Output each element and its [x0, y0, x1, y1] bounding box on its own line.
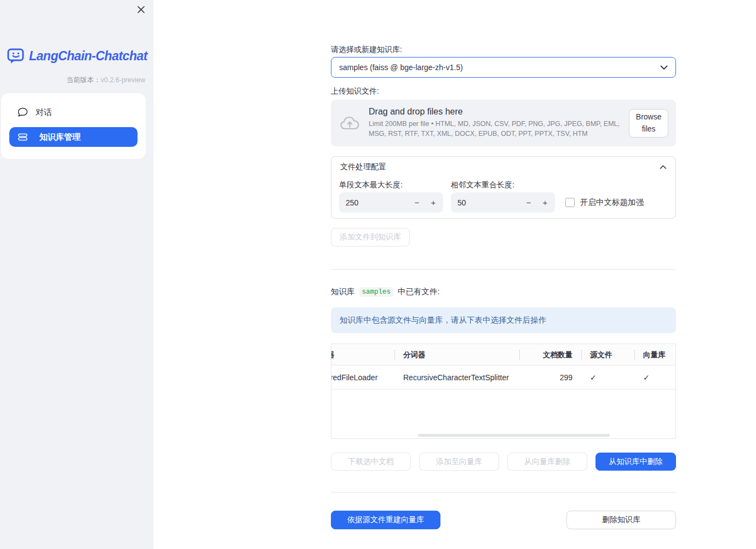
table-scroll-content: 文档加载器 分词器 文档数量 源文件 向量库 UnstructuredFileL…: [331, 344, 676, 390]
upload-label: 上传知识文件:: [331, 87, 379, 96]
checkbox-box[interactable]: [565, 198, 575, 207]
table-row[interactable]: UnstructuredFileLoader RecursiveCharacte…: [331, 365, 676, 390]
version-label: 当前版本：: [66, 76, 101, 84]
overlap-size-plus-button[interactable]: +: [537, 192, 553, 213]
overlap-size-stepper: − +: [451, 192, 555, 213]
main-content: 请选择或新建知识库: samples (faiss @ bge-large-zh…: [331, 0, 676, 549]
chunk-size-stepper: − +: [339, 192, 443, 213]
cell-doc-count: 299: [519, 365, 581, 389]
divider: [331, 492, 676, 493]
kb-files-heading: 知识库 samples 中已有文件:: [331, 287, 440, 297]
column-header-doc-count[interactable]: 文档数量: [519, 344, 581, 365]
zh-title-enhance-label: 开启中文标题加强: [580, 197, 644, 208]
cell-vector-store-check: ✓: [634, 365, 676, 389]
browse-files-button[interactable]: Browse files: [629, 109, 668, 138]
chunk-size-input[interactable]: [346, 192, 406, 213]
column-header-splitter[interactable]: 分词器: [394, 344, 519, 365]
file-config-expander: 文件处理配置 单段文本最大长度: 相邻文本重合长度: − + − + 开启中文标…: [331, 156, 676, 219]
zh-title-enhance-checkbox[interactable]: 开启中文标题加强: [565, 197, 644, 208]
kb-files-table[interactable]: 文档加载器 分词器 文档数量 源文件 向量库 UnstructuredFileL…: [331, 344, 676, 439]
overlap-size-input[interactable]: [457, 192, 518, 213]
upload-cloud-icon: [340, 115, 360, 131]
cell-source-file-check: ✓: [581, 365, 634, 389]
kb-files-suffix: 中已有文件:: [398, 287, 440, 297]
sidebar-close-icon[interactable]: [135, 4, 146, 15]
kb-bottom-actions: 依据源文件重建向量库 删除知识库: [331, 511, 676, 529]
column-header-vector-store[interactable]: 向量库: [634, 344, 676, 365]
chevron-down-icon: [660, 65, 668, 70]
column-header-loader[interactable]: 文档加载器: [331, 344, 394, 365]
divider: [331, 269, 676, 270]
info-banner: 知识库中包含源文件与向量库，请从下表中选择文件后操作: [331, 307, 676, 333]
file-config-title: 文件处理配置: [340, 162, 660, 172]
delete-kb-button[interactable]: 删除知识库: [566, 511, 676, 529]
sidebar-item-label: 知识库管理: [39, 132, 81, 142]
logo-chat-bubble-icon: [7, 48, 25, 65]
stacked-list-icon: [18, 133, 27, 141]
cell-loader: UnstructuredFileLoader: [331, 365, 394, 389]
add-to-vector-button[interactable]: 添加至向量库: [419, 453, 499, 471]
chunk-size-plus-button[interactable]: +: [426, 192, 441, 213]
sidebar-item-dialogue[interactable]: 对话: [18, 104, 52, 121]
kb-selectbox-value: samples (faiss @ bge-large-zh-v1.5): [339, 63, 660, 72]
cell-splitter: RecursiveCharacterTextSplitter: [394, 365, 519, 389]
kb-files-prefix: 知识库: [331, 287, 355, 297]
table-header-row: 文档加载器 分词器 文档数量 源文件 向量库: [331, 344, 676, 365]
download-selected-button[interactable]: 下载选中文档: [331, 453, 411, 471]
delete-from-vector-button[interactable]: 从向量库删除: [507, 453, 587, 471]
chunk-size-label: 单段文本最大长度:: [339, 180, 403, 190]
version-value: v0.2.6-preview: [101, 76, 145, 84]
app-logo: LangChain-Chatchat: [7, 48, 147, 65]
dropzone-limit-text: Limit 200MB per file • HTML, MD, JSON, C…: [369, 119, 629, 139]
rebuild-vector-store-button[interactable]: 依据源文件重建向量库: [331, 511, 440, 529]
overlap-size-minus-button[interactable]: −: [521, 192, 536, 213]
column-header-source-file[interactable]: 源文件: [581, 344, 634, 365]
kb-name-code: samples: [359, 287, 394, 297]
delete-from-kb-button[interactable]: 从知识库中删除: [595, 453, 676, 471]
dropzone-instructions: Drag and drop files here Limit 200MB per…: [369, 107, 629, 139]
sidebar-menu: 对话 知识库管理: [1, 93, 146, 159]
chunk-size-minus-button[interactable]: −: [409, 192, 425, 213]
chevron-up-icon: [660, 165, 667, 169]
chat-bubble-icon: [18, 107, 28, 117]
kb-select-label: 请选择或新建知识库:: [331, 45, 402, 55]
file-dropzone[interactable]: Drag and drop files here Limit 200MB per…: [331, 100, 676, 146]
sidebar: LangChain-Chatchat 当前版本：v0.2.6-preview 对…: [0, 0, 153, 549]
overlap-size-label: 相邻文本重合长度:: [451, 180, 514, 190]
table-horizontal-scrollbar[interactable]: [418, 434, 610, 437]
sidebar-item-label: 对话: [36, 107, 52, 118]
app-title: LangChain-Chatchat: [29, 49, 147, 64]
file-config-expander-header[interactable]: 文件处理配置: [331, 157, 675, 178]
file-actions-row: 下载选中文档 添加至向量库 从向量库删除 从知识库中删除: [331, 453, 676, 471]
kb-selectbox[interactable]: samples (faiss @ bge-large-zh-v1.5): [331, 57, 676, 78]
sidebar-item-knowledge-base[interactable]: 知识库管理: [9, 127, 138, 147]
version-line: 当前版本：v0.2.6-preview: [66, 76, 145, 85]
dropzone-title: Drag and drop files here: [369, 107, 629, 117]
add-files-to-kb-button[interactable]: 添加文件到知识库: [331, 228, 410, 247]
